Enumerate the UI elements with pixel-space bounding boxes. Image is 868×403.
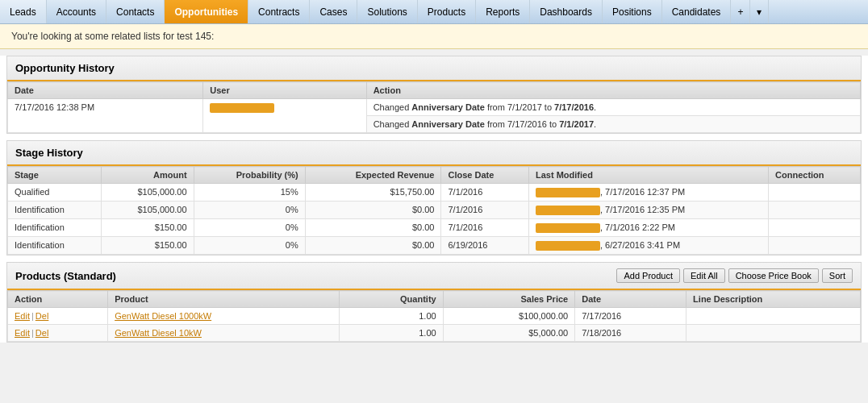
- cell-action-1: Changed Anniversary Date from 7/1/2017 t…: [366, 99, 860, 116]
- col-header-date: Date: [8, 82, 203, 99]
- cell-stage: Identification: [8, 237, 102, 255]
- stage-history-header: Stage History: [7, 141, 861, 166]
- cell-probability: 0%: [194, 219, 305, 237]
- nav-item-accounts[interactable]: Accounts: [47, 0, 106, 23]
- cell-line-description: [686, 308, 861, 325]
- cell-amount: $150.00: [101, 219, 194, 237]
- products-header: Products (Standard) Add Product Edit All…: [7, 263, 861, 290]
- edit-link[interactable]: Edit: [15, 311, 30, 321]
- cell-line-description: [686, 325, 861, 342]
- col-probability: Probability (%): [194, 167, 305, 184]
- nav-label-accounts: Accounts: [56, 6, 96, 18]
- cell-probability: 15%: [194, 184, 305, 202]
- col-header-action: Action: [366, 82, 860, 99]
- edit-link[interactable]: Edit: [15, 328, 30, 338]
- cell-stage: Qualified: [8, 184, 102, 202]
- cell-last-modified: , 7/1/2016 2:22 PM: [528, 219, 768, 237]
- nav-item-contacts[interactable]: Contacts: [106, 0, 165, 23]
- nav-label-opportunities: Opportunities: [174, 6, 238, 18]
- cell-connection: [769, 184, 861, 202]
- cell-action: Edit|Del: [8, 325, 108, 342]
- products-title: Products (Standard): [15, 270, 116, 282]
- nav-item-reports[interactable]: Reports: [476, 0, 530, 23]
- stage-history-table: Stage Amount Probability (%) Expected Re…: [7, 166, 861, 255]
- col-line-description: Line Description: [686, 291, 861, 308]
- cell-expected-revenue: $0.00: [305, 219, 441, 237]
- cell-last-modified: , 7/17/2016 12:37 PM: [528, 184, 768, 202]
- nav-item-dashboards[interactable]: Dashboards: [530, 0, 603, 23]
- nav-label-solutions: Solutions: [367, 6, 407, 18]
- cell-product: GenWatt Diesel 10kW: [108, 325, 340, 342]
- nav-item-opportunities[interactable]: Opportunities: [165, 0, 248, 23]
- table-row: Identification $150.00 0% $0.00 6/19/201…: [8, 237, 861, 255]
- col-action: Action: [8, 291, 108, 308]
- col-last-modified: Last Modified: [528, 167, 768, 184]
- info-bar: You're looking at some related lists for…: [0, 24, 868, 49]
- del-link[interactable]: Del: [35, 328, 49, 338]
- table-row: 7/17/2016 12:38 PM Changed Anniversary D…: [8, 99, 861, 116]
- opportunity-history-title: Opportunity History: [15, 62, 115, 74]
- col-stage: Stage: [8, 167, 102, 184]
- nav-label-dashboards: Dashboards: [540, 6, 592, 18]
- nav-plus-button[interactable]: +: [731, 0, 750, 23]
- cell-product: GenWatt Diesel 1000kW: [108, 308, 340, 325]
- del-link[interactable]: Del: [35, 311, 49, 321]
- cell-close-date: 7/1/2016: [441, 184, 529, 202]
- products-section: Products (Standard) Add Product Edit All…: [6, 262, 862, 343]
- cell-last-modified: , 6/27/2016 3:41 PM: [528, 237, 768, 255]
- cell-close-date: 7/1/2016: [441, 219, 529, 237]
- redacted-name: [536, 241, 600, 251]
- add-product-button[interactable]: Add Product: [616, 268, 680, 283]
- product-link[interactable]: GenWatt Diesel 1000kW: [115, 311, 211, 321]
- redacted-name: [536, 188, 600, 197]
- cell-connection: [769, 219, 861, 237]
- nav-item-leads[interactable]: Leads: [0, 0, 47, 23]
- nav-bar: Leads Accounts Contacts Opportunities Co…: [0, 0, 868, 24]
- cell-date: 7/17/2016 12:38 PM: [8, 99, 203, 133]
- table-row: Edit|Del GenWatt Diesel 10kW 1.00 $5,000…: [8, 325, 861, 342]
- redacted-user: [210, 103, 274, 113]
- nav-label-candidates: Candidates: [672, 6, 721, 18]
- cell-expected-revenue: $15,750.00: [305, 184, 441, 202]
- cell-quantity: 1.00: [339, 325, 443, 342]
- nav-label-contracts: Contracts: [258, 6, 299, 18]
- nav-item-positions[interactable]: Positions: [603, 0, 662, 23]
- choose-price-book-button[interactable]: Choose Price Book: [728, 268, 819, 283]
- stage-history-section: Stage History Stage Amount Probability (…: [6, 140, 862, 256]
- nav-item-candidates[interactable]: Candidates: [662, 0, 732, 23]
- cell-last-modified: , 7/17/2016 12:35 PM: [528, 202, 768, 219]
- cell-sales-price: $5,000.00: [443, 325, 575, 342]
- nav-plus-icon: +: [737, 6, 743, 18]
- nav-label-products: Products: [428, 6, 465, 18]
- cell-amount: $105,000.00: [101, 202, 194, 219]
- opportunity-history-header: Opportunity History: [7, 56, 861, 81]
- cell-amount: $150.00: [101, 237, 194, 255]
- nav-item-contracts[interactable]: Contracts: [248, 0, 310, 23]
- products-actions: Add Product Edit All Choose Price Book S…: [616, 268, 853, 283]
- action-separator: |: [31, 311, 34, 321]
- redacted-name: [536, 206, 600, 215]
- cell-connection: [769, 237, 861, 255]
- cell-date: 7/18/2016: [575, 325, 686, 342]
- opportunity-history-table: Date User Action 7/17/2016 12:38 PM: [7, 81, 861, 133]
- col-date: Date: [575, 291, 686, 308]
- nav-label-positions: Positions: [612, 6, 652, 18]
- sort-button[interactable]: Sort: [822, 268, 853, 283]
- user-link[interactable]: [210, 102, 274, 112]
- edit-all-button[interactable]: Edit All: [683, 268, 725, 283]
- cell-connection: [769, 202, 861, 219]
- col-quantity: Quantity: [339, 291, 443, 308]
- cell-action-2: Changed Anniversary Date from 7/17/2016 …: [366, 116, 860, 133]
- nav-item-cases[interactable]: Cases: [310, 0, 357, 23]
- col-product: Product: [108, 291, 340, 308]
- product-link[interactable]: GenWatt Diesel 10kW: [115, 328, 202, 338]
- cell-probability: 0%: [194, 237, 305, 255]
- nav-arrow-button[interactable]: ▾: [750, 0, 769, 23]
- cell-close-date: 6/19/2016: [441, 237, 529, 255]
- cell-user: [203, 99, 366, 133]
- cell-probability: 0%: [194, 202, 305, 219]
- nav-item-solutions[interactable]: Solutions: [357, 0, 417, 23]
- products-table: Action Product Quantity Sales Price Date…: [7, 290, 861, 342]
- nav-item-products[interactable]: Products: [418, 0, 476, 23]
- col-amount: Amount: [101, 167, 194, 184]
